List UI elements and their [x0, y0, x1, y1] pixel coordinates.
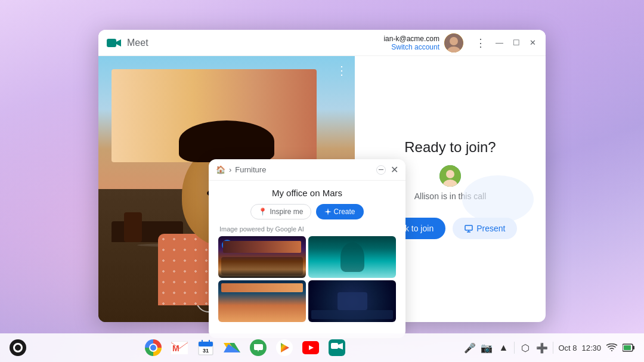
taskbar-app-dock: M 31 — [26, 336, 464, 360]
gmail-icon: M — [171, 341, 188, 354]
battery-icon[interactable] — [623, 342, 634, 354]
image-grid: ✓ — [218, 236, 396, 322]
image-thumb-3[interactable] — [218, 280, 306, 322]
svg-point-2 — [450, 37, 458, 45]
breadcrumb-home-icon[interactable]: 🏠 — [216, 165, 225, 174]
close-button[interactable]: ✕ — [527, 37, 538, 48]
popup-action-buttons: 📍 Inspire me Create — [218, 204, 396, 219]
window-menu-icon[interactable]: ⋮ — [473, 34, 488, 52]
window-titlebar: Meet ian-k@acme.com Switch account ⋮ — [98, 30, 546, 56]
workspace-icon — [329, 339, 345, 356]
tray-divider-2 — [553, 342, 553, 354]
breadcrumb-category[interactable]: Furniture — [235, 165, 266, 174]
svg-rect-26 — [331, 343, 338, 349]
ready-to-join-title: Ready to join? — [404, 139, 496, 156]
blob-decoration — [462, 175, 534, 223]
meet-app-icon — [106, 35, 122, 51]
taskbar-system-tray: 🎤 📷 ▲ ⬡ ➕ Oct 8 12:30 — [464, 342, 644, 354]
svg-rect-29 — [624, 345, 631, 350]
svg-rect-18 — [199, 342, 213, 346]
meet-window-title: Meet — [127, 38, 148, 48]
popup-minimize-button[interactable] — [376, 165, 386, 175]
taskbar-app-drive[interactable] — [220, 336, 244, 360]
date-display[interactable]: Oct 8 — [558, 344, 577, 352]
taskbar-app-play-store[interactable] — [273, 336, 296, 360]
create-label: Create — [334, 208, 355, 216]
svg-text:M: M — [172, 344, 179, 353]
popup-search-label: My office on Mars — [218, 188, 396, 198]
screen-capture-icon[interactable]: ⬡ — [519, 342, 531, 354]
ai-background-popup: 🏠 › Furniture ✕ My office on Mars 📍 Insp… — [209, 159, 405, 338]
window-controls: ⋮ — ☐ ✕ — [473, 34, 538, 52]
chrome-icon — [145, 339, 162, 356]
popup-content: My office on Mars 📍 Inspire me Create Im… — [209, 181, 405, 329]
microphone-icon[interactable]: 🎤 — [464, 342, 476, 354]
account-email: ian-k@acme.com — [383, 35, 439, 43]
taskbar-app-calendar[interactable]: 31 — [194, 336, 218, 360]
window-logo: Meet — [106, 35, 148, 51]
sparkle-icon — [324, 208, 332, 215]
image-thumb-1[interactable]: ✓ — [218, 236, 306, 278]
wifi-svg — [606, 344, 617, 352]
battery-svg — [623, 344, 634, 352]
present-label: Present — [476, 224, 505, 233]
expand-tray-icon[interactable]: ▲ — [497, 342, 509, 354]
image-thumb-4[interactable] — [308, 280, 396, 322]
taskbar: M 31 — [0, 333, 644, 362]
taskbar-app-youtube[interactable] — [299, 336, 323, 360]
calendar-icon: 31 — [198, 340, 213, 355]
svg-rect-12 — [465, 225, 472, 230]
drive-icon — [224, 341, 240, 355]
camera-options-icon[interactable]: ⋮ — [336, 63, 348, 78]
account-avatar[interactable] — [444, 33, 463, 52]
taskbar-app-gmail[interactable]: M — [168, 336, 191, 360]
inspire-me-button[interactable]: 📍 Inspire me — [250, 204, 311, 219]
svg-rect-0 — [107, 39, 116, 47]
time-display: 12:30 — [581, 344, 601, 352]
chat-icon — [250, 339, 267, 356]
svg-point-10 — [446, 170, 454, 178]
popup-close-button[interactable]: ✕ — [391, 164, 398, 175]
taskbar-left — [0, 339, 26, 356]
svg-text:31: 31 — [203, 348, 209, 354]
maximize-button[interactable]: ☐ — [510, 37, 522, 48]
location-icon: 📍 — [258, 208, 267, 216]
date-text: Oct 8 — [558, 344, 577, 352]
image-credit-label: Image powered by Google AI — [218, 225, 396, 233]
camera-icon[interactable]: 📷 — [481, 342, 493, 354]
popup-titlebar: 🏠 › Furniture ✕ — [209, 159, 405, 181]
svg-rect-28 — [633, 346, 634, 349]
time-text: 12:30 — [581, 344, 601, 352]
create-button[interactable]: Create — [316, 204, 364, 219]
breadcrumb-separator: › — [229, 165, 231, 174]
switch-account-link[interactable]: Switch account — [383, 43, 439, 51]
add-icon[interactable]: ➕ — [536, 342, 548, 354]
chromebook-icon[interactable] — [10, 339, 26, 356]
play-store-icon — [276, 339, 293, 356]
image-thumb-2[interactable] — [308, 236, 396, 278]
taskbar-app-chat[interactable] — [246, 336, 270, 360]
taskbar-app-workspace[interactable] — [325, 336, 349, 360]
tray-divider — [514, 342, 515, 354]
wifi-icon[interactable] — [606, 342, 618, 354]
youtube-icon — [302, 341, 319, 354]
account-info-area: ian-k@acme.com Switch account — [383, 33, 463, 52]
popup-breadcrumb: 🏠 › Furniture — [216, 165, 266, 174]
participant-avatar — [439, 165, 461, 187]
minimize-button[interactable]: — — [493, 37, 506, 48]
taskbar-app-chrome[interactable] — [141, 336, 165, 360]
inspire-me-label: Inspire me — [270, 208, 303, 216]
